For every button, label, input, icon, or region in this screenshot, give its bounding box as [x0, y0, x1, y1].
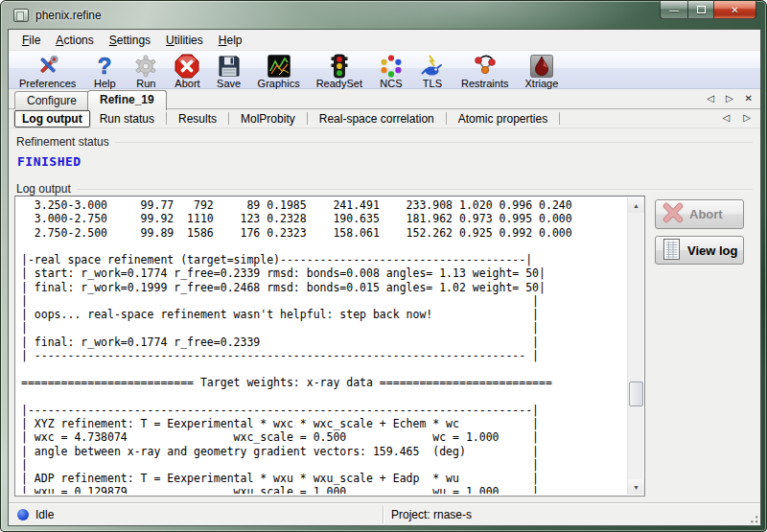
restraints-icon [473, 54, 498, 79]
tls-icon [420, 54, 445, 79]
toolbar-button-tls[interactable]: TLS [415, 53, 450, 90]
scroll-down-icon[interactable]: ▼ [628, 479, 644, 495]
toolbar-button-restraints[interactable]: Restraints [456, 53, 514, 90]
group-divider [115, 142, 753, 143]
subtab-log-output[interactable]: Log output [14, 110, 90, 127]
log-text-area[interactable]: 3.250-3.000 99.77 792 89 0.1985 241.491 … [14, 196, 645, 497]
toolbar-button-help[interactable]: ? Help [87, 53, 122, 90]
tab-scroll-left-icon[interactable]: ◁ [707, 93, 714, 104]
menu-actions[interactable]: Actions [48, 31, 101, 50]
svg-text:?: ? [98, 54, 112, 79]
toolbar-button-graphics[interactable]: Graphics [253, 53, 305, 90]
scroll-up-icon[interactable]: ▲ [628, 197, 644, 213]
abort-icon [174, 54, 199, 79]
abort-button[interactable]: Abort [655, 199, 744, 229]
ncs-icon [379, 54, 404, 79]
refinement-status-group: Refinement status [16, 135, 753, 149]
abort-x-icon [662, 201, 685, 227]
readyset-icon [327, 54, 352, 79]
log-output-group: Log output [16, 182, 753, 196]
save-icon [217, 54, 242, 79]
preferences-icon [35, 54, 60, 79]
app-icon [13, 9, 29, 22]
menu-settings[interactable]: Settings [102, 31, 158, 50]
log-output-label: Log output [16, 182, 77, 196]
tab-separator [559, 112, 560, 125]
sub-tab-controls: ◁ ▷ [723, 112, 751, 123]
refinement-status-label: Refinement status [16, 135, 115, 149]
graphics-icon [267, 54, 291, 79]
maximize-icon [697, 6, 706, 13]
toolbar-button-xtriage[interactable]: Xtriage [520, 53, 563, 90]
document-list-icon [662, 238, 683, 264]
subtab-run-status[interactable]: Run status [90, 111, 164, 127]
menu-file[interactable]: File [14, 31, 48, 50]
view-log-button[interactable]: View log [655, 236, 744, 265]
minimize-button[interactable]: — [660, 1, 687, 19]
status-indicator-icon [17, 509, 29, 520]
menu-bar: File Actions Settings Utilities Help [9, 30, 760, 51]
app-window: phenix.refine — ✕ File Actions Settings … [0, 0, 767, 532]
toolbar-button-run[interactable]: Run [128, 53, 163, 90]
toolbar: Preferences ? Help [9, 51, 760, 89]
main-tab-bar: Configure Refine_19 ◁ ▷ ✕ [9, 89, 760, 109]
group-divider [77, 189, 753, 190]
refinement-status-value: FINISHED [17, 154, 81, 169]
subtab-results[interactable]: Results [169, 111, 226, 127]
client-area: File Actions Settings Utilities Help Pre… [9, 30, 760, 525]
window-title: phenix.refine [35, 9, 102, 22]
menu-utilities[interactable]: Utilities [158, 31, 211, 50]
subtab-molprobity[interactable]: MolProbity [231, 111, 305, 127]
tab-configure[interactable]: Configure [14, 91, 89, 109]
tab-separator [228, 112, 229, 125]
menu-help[interactable]: Help [211, 31, 250, 50]
toolbar-button-ncs[interactable]: NCS [374, 53, 408, 90]
tab-separator [446, 112, 447, 125]
toolbar-button-readyset[interactable]: ReadySet [312, 53, 367, 90]
close-button[interactable]: ✕ [714, 1, 756, 19]
xtriage-icon [529, 54, 554, 79]
window-controls: — ✕ [660, 1, 756, 19]
subtab-scroll-right-icon[interactable]: ▷ [743, 112, 751, 123]
toolbar-button-preferences[interactable]: Preferences [14, 53, 81, 90]
log-scrollbar[interactable]: ▲ ▼ [627, 197, 643, 495]
status-bar: Idle Project: rnase-s [9, 502, 760, 525]
log-output-panel: Refinement status FINISHED Log output 3.… [9, 128, 760, 502]
tab-refine-19[interactable]: Refine_19 [87, 90, 167, 110]
sub-tab-bar: Log output Run status Results MolProbity… [9, 109, 760, 128]
status-state: Idle [35, 508, 54, 521]
maximize-button[interactable] [687, 1, 714, 19]
tab-separator [307, 112, 308, 125]
resize-grip[interactable] [747, 512, 758, 523]
toolbar-button-save[interactable]: Save [212, 53, 246, 90]
tab-scroll-right-icon[interactable]: ▷ [726, 93, 733, 104]
subtab-scroll-left-icon[interactable]: ◁ [723, 112, 731, 123]
project-label: Project: rnase-s [391, 508, 472, 521]
toolbar-button-abort[interactable]: Abort [170, 53, 204, 90]
statusbar-divider [383, 506, 384, 523]
log-text: 3.250-3.000 99.77 792 89 0.1985 241.491 … [17, 198, 626, 494]
title-bar: phenix.refine — ✕ [1, 1, 766, 30]
tab-separator [166, 112, 167, 125]
help-icon: ? [92, 54, 117, 79]
subtab-atomic-properties[interactable]: Atomic properties [449, 111, 557, 127]
subtab-real-space-correlation[interactable]: Real-space correlation [310, 111, 444, 127]
scrollbar-thumb[interactable] [629, 382, 643, 406]
run-icon [133, 54, 158, 79]
tab-close-icon[interactable]: ✕ [745, 93, 753, 104]
main-tab-controls: ◁ ▷ ✕ [707, 93, 753, 104]
